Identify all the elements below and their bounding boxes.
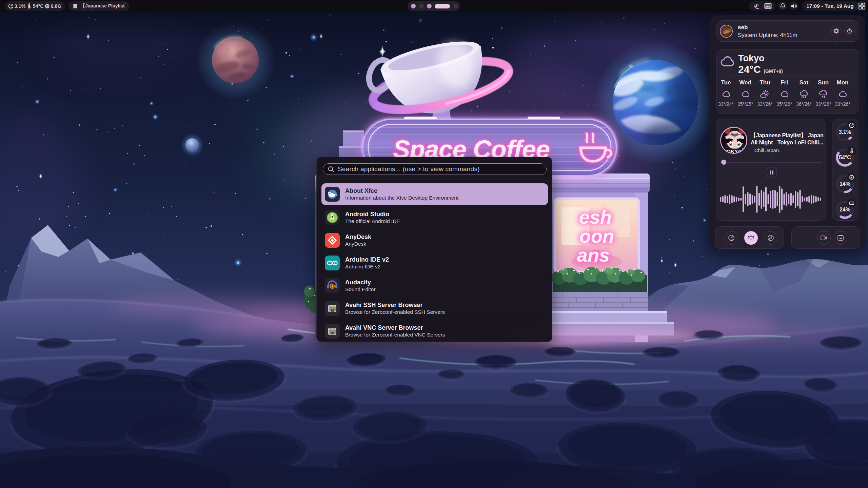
svg-text:14%: 14%: [840, 181, 850, 187]
svg-text:24%: 24%: [840, 207, 850, 212]
svg-text:esh: esh: [579, 206, 612, 228]
svg-text:oon: oon: [579, 225, 614, 247]
svg-text:ans: ans: [577, 244, 610, 266]
svg-text:3.1%: 3.1%: [839, 129, 851, 135]
svg-text:TOKYO L: TOKYO L: [724, 149, 747, 154]
svg-text:54°C: 54°C: [839, 155, 851, 160]
